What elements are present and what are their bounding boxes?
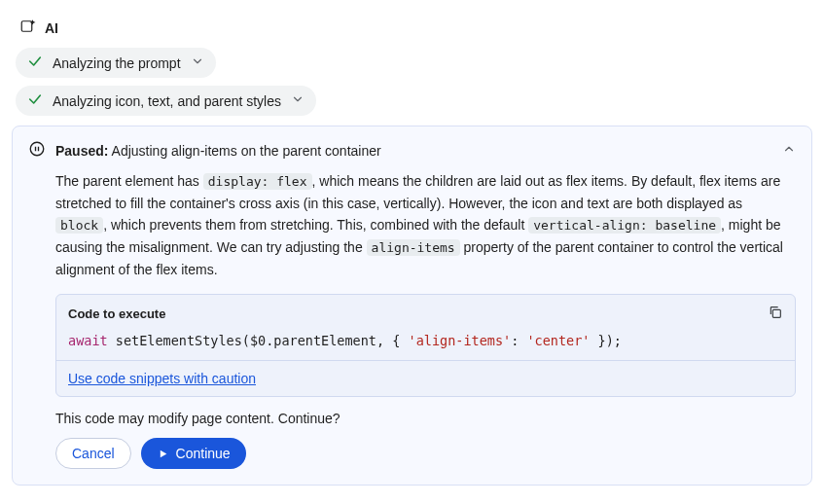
confirm-section: This code may modify page content. Conti… (28, 397, 796, 469)
chevron-up-icon[interactable] (782, 142, 796, 159)
continue-button[interactable]: Continue (141, 438, 246, 469)
step-chip[interactable]: Analyzing icon, text, and parent styles (16, 86, 316, 116)
paused-prefix: Paused: (55, 143, 108, 159)
cancel-button[interactable]: Cancel (55, 438, 131, 469)
copy-icon[interactable] (768, 305, 783, 323)
caution-row: Use code snippets with caution (56, 360, 795, 396)
paused-desc: Adjusting align-items on the parent cont… (112, 143, 381, 159)
svg-point-1 (30, 142, 44, 156)
chevron-down-icon (191, 54, 204, 71)
code-snippet: await setElementStyles($0.parentElement,… (56, 327, 795, 360)
pause-icon (28, 140, 46, 161)
button-row: Cancel Continue (55, 438, 796, 469)
check-icon (27, 91, 43, 110)
step-label: Analyzing the prompt (53, 55, 181, 71)
explanation-text: The parent element has display: flex, wh… (28, 161, 796, 280)
paused-title: Paused: Adjusting align-items on the par… (55, 143, 772, 159)
panel-title: AI (45, 20, 58, 36)
continue-label: Continue (176, 446, 231, 461)
code-header: Code to execute (56, 295, 795, 327)
paused-step-card: Paused: Adjusting align-items on the par… (12, 126, 812, 486)
confirm-text: This code may modify page content. Conti… (55, 411, 796, 426)
svg-rect-4 (772, 310, 780, 318)
inline-code: display: flex (203, 173, 312, 190)
ai-panel: AI Analyzing the prompt Analyzing icon, … (12, 12, 812, 486)
check-icon (27, 54, 43, 72)
step-label: Analyzing icon, text, and parent styles (53, 93, 281, 109)
chevron-down-icon (291, 92, 305, 109)
caution-link[interactable]: Use code snippets with caution (68, 371, 256, 386)
inline-code: align-items (367, 239, 460, 256)
svg-rect-0 (21, 21, 32, 32)
inline-code: vertical-align: baseline (528, 217, 721, 234)
code-card: Code to execute await setElementStyles($… (55, 294, 796, 397)
inline-code: block (55, 217, 103, 234)
paused-header[interactable]: Paused: Adjusting align-items on the par… (28, 140, 796, 161)
code-title: Code to execute (68, 306, 165, 321)
step-chip[interactable]: Analyzing the prompt (16, 48, 216, 78)
panel-header: AI (12, 12, 812, 48)
play-icon (157, 448, 169, 460)
steps-list: Analyzing the prompt Analyzing icon, tex… (12, 48, 812, 126)
ai-sparkle-icon (19, 18, 37, 38)
